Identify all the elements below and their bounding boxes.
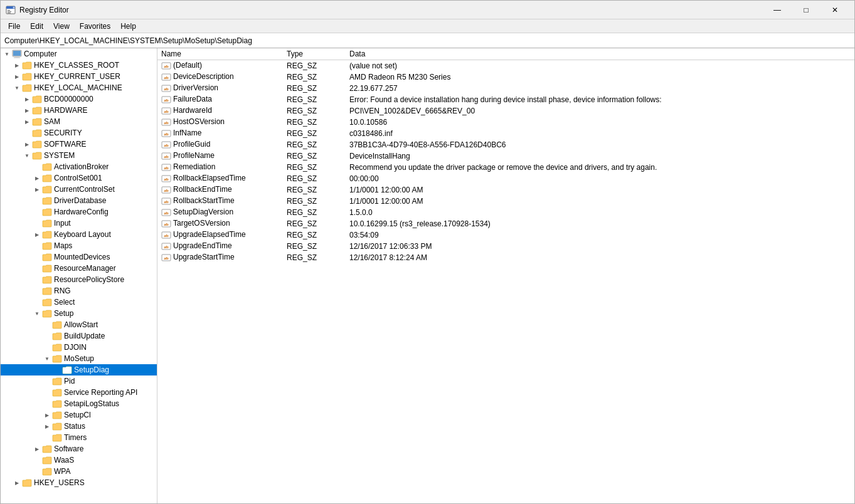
toggle-setup[interactable]: [32, 308, 42, 318]
toggle-currentcontrolset[interactable]: [32, 184, 42, 194]
close-button[interactable]: ✕: [820, 1, 849, 19]
tree-item-system[interactable]: SYSTEM: [1, 150, 157, 161]
cell-type: REG_SZ: [283, 218, 346, 229]
tree-item-activationbroker[interactable]: ActivationBroker: [1, 161, 157, 172]
tree-item-hkcu[interactable]: HKEY_CURRENT_USER: [1, 71, 157, 82]
table-row[interactable]: ab UpgradeEndTimeREG_SZ12/16/2017 12:06:…: [157, 241, 854, 252]
tree-item-sam[interactable]: SAM: [1, 116, 157, 127]
tree-item-setupdiag[interactable]: SetupDiag: [1, 364, 157, 375]
tree-item-mosetup[interactable]: MoSetup: [1, 353, 157, 364]
menu-edit[interactable]: Edit: [25, 21, 48, 32]
toggle-hkcr[interactable]: [12, 60, 22, 70]
tree-item-setupcl[interactable]: SetupCl: [1, 409, 157, 421]
toggle-controlset001[interactable]: [32, 173, 42, 183]
menu-favorites[interactable]: Favorites: [75, 21, 115, 32]
menu-help[interactable]: Help: [115, 21, 141, 32]
tree-item-bcd[interactable]: BCD00000000: [1, 93, 157, 105]
tree-item-resourcepolicystore[interactable]: ResourcePolicyStore: [1, 274, 157, 285]
cell-name: ab UpgradeEndTime: [157, 241, 283, 252]
tree-item-rng[interactable]: RNG: [1, 285, 157, 297]
toggle-setupcl[interactable]: [42, 410, 52, 420]
table-row[interactable]: ab (Default)REG_SZ(value not set): [157, 60, 854, 71]
tree-item-setupapilogstatus[interactable]: SetapiLogStatus: [1, 398, 157, 409]
tree-item-input[interactable]: Input: [1, 218, 157, 229]
tree-label-rng: RNG: [54, 286, 71, 295]
tree-item-security[interactable]: SECURITY: [1, 127, 157, 139]
toggle-system[interactable]: [22, 150, 32, 160]
tree-item-keyboardlayout[interactable]: Keyboard Layout: [1, 229, 157, 240]
tree-item-hklm[interactable]: HKEY_LOCAL_MACHINE: [1, 82, 157, 93]
tree-item-timers[interactable]: Timers: [1, 432, 157, 443]
tree-item-djoin[interactable]: DJOIN: [1, 342, 157, 353]
table-row[interactable]: ab RemediationREG_SZRecommend you update…: [157, 162, 854, 173]
tree-item-hkusers[interactable]: HKEY_USERS: [1, 477, 157, 488]
toggle-mosetup[interactable]: [42, 354, 52, 364]
toggle-hklm[interactable]: [12, 83, 22, 93]
tree-item-maps[interactable]: Maps: [1, 240, 157, 251]
tree-item-waas[interactable]: WaaS: [1, 454, 157, 466]
table-row[interactable]: ab InfNameREG_SZc0318486.inf: [157, 128, 854, 139]
toggle-keyboardlayout[interactable]: [32, 229, 42, 239]
toggle-bcd[interactable]: [22, 94, 32, 104]
table-row[interactable]: ab TargetOSVersionREG_SZ10.0.16299.15 (r…: [157, 218, 854, 229]
table-row[interactable]: ab HostOSVersionREG_SZ10.0.10586: [157, 117, 854, 128]
col-type[interactable]: Type: [283, 48, 346, 60]
col-data[interactable]: Data: [346, 48, 854, 60]
tree-panel[interactable]: Computer HKEY_CLASSES_ROOT: [1, 48, 157, 504]
tree-item-hkcr[interactable]: HKEY_CLASSES_ROOT: [1, 60, 157, 71]
table-row[interactable]: ab RollbackElapsedTimeREG_SZ00:00:00: [157, 173, 854, 184]
cell-type: REG_SZ: [283, 105, 346, 117]
toggle-hkcu[interactable]: [12, 71, 22, 81]
details-panel[interactable]: Name Type Data ab (Default)REG_SZ(value …: [157, 48, 854, 504]
table-row[interactable]: ab HardwareIdREG_SZPCI\VEN_1002&DEV_6665…: [157, 105, 854, 117]
table-row[interactable]: ab UpgradeElapsedTimeREG_SZ03:54:09: [157, 229, 854, 241]
toggle-status[interactable]: [42, 421, 52, 431]
tree-item-pid[interactable]: Pid: [1, 375, 157, 387]
tree-item-software-system[interactable]: Software: [1, 443, 157, 454]
table-row[interactable]: ab RollbackEndTimeREG_SZ1/1/0001 12:00:0…: [157, 184, 854, 196]
table-row[interactable]: ab ProfileNameREG_SZDeviceInstallHang: [157, 150, 854, 162]
menu-view[interactable]: View: [48, 21, 75, 32]
maximize-button[interactable]: □: [792, 1, 820, 19]
svg-text:ab: ab: [164, 199, 169, 204]
table-row[interactable]: ab UpgradeStartTimeREG_SZ12/16/2017 8:12…: [157, 252, 854, 263]
tree-item-hardwareconfig[interactable]: HardwareConfig: [1, 206, 157, 218]
table-row[interactable]: ab DeviceDescriptionREG_SZAMD Radeon R5 …: [157, 71, 854, 83]
tree-item-servicereporting[interactable]: Service Reporting API: [1, 387, 157, 398]
tree-item-allowstart[interactable]: AllowStart: [1, 319, 157, 330]
folder-icon-resourcepolicystore: [42, 275, 52, 284]
tree-item-resourcemanager[interactable]: ResourceManager: [1, 263, 157, 274]
table-row[interactable]: ab RollbackStartTimeREG_SZ1/1/0001 12:00…: [157, 196, 854, 207]
toggle-hkusers[interactable]: [12, 478, 22, 488]
tree-item-select[interactable]: Select: [1, 297, 157, 308]
cell-type: REG_SZ: [283, 252, 346, 263]
tree-item-currentcontrolset[interactable]: CurrentControlSet: [1, 184, 157, 195]
toggle-sam[interactable]: [22, 117, 32, 127]
folder-icon-wpa: [42, 467, 52, 476]
cell-data: DeviceInstallHang: [346, 150, 854, 162]
table-row[interactable]: ab FailureDataREG_SZError: Found a devic…: [157, 94, 854, 105]
menu-file[interactable]: File: [3, 21, 25, 32]
tree-item-driverdatabase[interactable]: DriverDatabase: [1, 195, 157, 206]
tree-item-buildupdate[interactable]: BuildUpdate: [1, 330, 157, 342]
tree-item-computer[interactable]: Computer: [1, 48, 157, 60]
tree-item-mounteddevices[interactable]: MountedDevices: [1, 251, 157, 263]
toggle-computer[interactable]: [2, 49, 12, 59]
folder-icon-rng: [42, 286, 52, 295]
table-row[interactable]: ab SetupDiagVersionREG_SZ1.5.0.0: [157, 207, 854, 218]
folder-icon-timers: [52, 433, 62, 442]
tree-item-controlset001[interactable]: ControlSet001: [1, 172, 157, 184]
toggle-hardware[interactable]: [22, 105, 32, 115]
table-row[interactable]: ab DriverVersionREG_SZ22.19.677.257: [157, 83, 854, 94]
tree-item-setup[interactable]: Setup: [1, 308, 157, 319]
table-row[interactable]: ab ProfileGuidREG_SZ37BB1C3A-4D79-40E8-A…: [157, 139, 854, 150]
col-name[interactable]: Name: [157, 48, 283, 60]
tree-item-status[interactable]: Status: [1, 421, 157, 432]
tree-item-software-hklm[interactable]: SOFTWARE: [1, 139, 157, 150]
tree-item-wpa[interactable]: WPA: [1, 466, 157, 477]
toggle-software-hklm[interactable]: [22, 139, 32, 149]
svg-text:ab: ab: [164, 75, 169, 80]
toggle-software-system[interactable]: [32, 444, 42, 454]
minimize-button[interactable]: —: [763, 1, 792, 19]
tree-item-hardware[interactable]: HARDWARE: [1, 105, 157, 116]
